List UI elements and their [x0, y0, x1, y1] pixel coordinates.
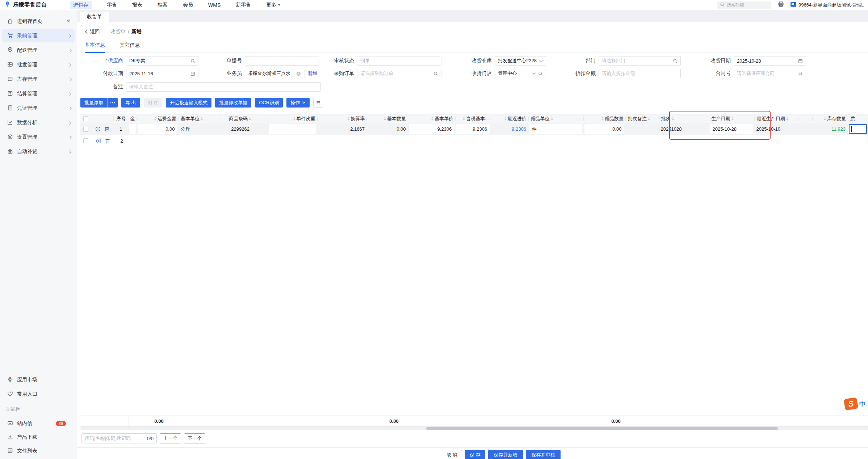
account-switcher[interactable]: 99664-新界面商超版测试-管理.. — [791, 2, 864, 8]
back-button[interactable]: 返回 — [85, 29, 100, 35]
sidebar-item-settings[interactable]: 设置管理 — [2, 131, 75, 144]
printer-icon[interactable] — [778, 1, 784, 9]
export-button[interactable]: 导 出 — [121, 98, 140, 108]
sidebar-item-replenish[interactable]: 自动补货 — [2, 145, 75, 158]
select-all-checkbox[interactable] — [83, 116, 88, 121]
store-select[interactable]: 管理中心 — [495, 69, 546, 78]
add-row-icon[interactable] — [95, 126, 101, 132]
header-last-price[interactable]: 最近进价 — [491, 114, 529, 123]
sidebar-item-settlement[interactable]: 结算管理 — [2, 87, 75, 100]
sidebar-item-app-market[interactable]: 应用市场 — [2, 373, 75, 386]
cell-tare-input[interactable] — [269, 124, 316, 134]
header-tare[interactable]: 单件皮重 — [268, 114, 318, 123]
ocr-button[interactable]: OCR识别 — [255, 98, 283, 108]
cell-base-price-input[interactable]: 9.2306 — [409, 124, 454, 134]
nav-item-huiyuan[interactable]: 会员 — [183, 2, 193, 8]
ime-indicator[interactable]: S 中 — [844, 398, 865, 409]
horizontal-scrollbar[interactable] — [80, 427, 868, 430]
nav-item-baobiao[interactable]: 报表 — [132, 2, 142, 8]
cell-batch-note[interactable] — [625, 123, 659, 135]
nav-item-more[interactable]: 更多 — [266, 2, 281, 8]
sidebar-item-file-list[interactable]: 文件列表 — [2, 445, 75, 458]
pay-date-input[interactable]: 2025-11-16 — [126, 69, 198, 78]
header-gift-qty[interactable]: 赠品数量 — [584, 114, 625, 123]
receive-date-input[interactable]: 2025-10-28 — [734, 56, 806, 66]
sidebar-item-delivery[interactable]: 配送管理 — [2, 44, 75, 57]
save-button[interactable]: 保 存 — [465, 450, 485, 459]
contract-input[interactable]: 请选择供应商合同 — [734, 69, 806, 78]
row-checkbox[interactable] — [83, 127, 88, 132]
sidebar-item-product-download[interactable]: 产品下载 — [2, 431, 75, 444]
salesman-input[interactable]: 乐檬查尔斯顿三点水 新增 — [245, 69, 319, 78]
cell-gift-unit-input[interactable]: 件 — [529, 124, 582, 134]
purchase-order-input[interactable]: 请选择采购订单 — [357, 69, 441, 78]
sidebar-item-wholesale[interactable]: 批发管理 — [2, 58, 75, 71]
tab-other-info[interactable]: 其它信息 — [119, 42, 140, 52]
sidebar-item-analytics[interactable]: 数据分析 — [2, 116, 75, 129]
header-stock-qty[interactable]: 库存数量 — [813, 114, 848, 123]
supplier-input[interactable]: DK专卖 — [126, 56, 198, 66]
header-barcode[interactable]: 商品条码 — [219, 114, 261, 123]
header-select-all[interactable] — [80, 114, 91, 123]
header-base-qty[interactable]: 基本数量 — [367, 114, 408, 123]
warehouse-select[interactable]: 批发配送中心222888 — [495, 56, 546, 66]
discount-input[interactable]: 请输入折扣金额 — [599, 69, 681, 78]
header-last-prod-date[interactable]: 最近生产日期 — [755, 114, 798, 123]
remark-input[interactable]: 请输入备注 — [126, 82, 321, 92]
sidebar-item-purchase[interactable]: 采购管理 — [2, 29, 75, 42]
save-and-audit-button[interactable]: 保存并审核 — [526, 450, 561, 459]
cell-gift-qty-input[interactable]: 0.00 — [584, 124, 624, 134]
nav-item-lingshou[interactable]: 零售 — [107, 2, 117, 8]
department-input[interactable]: 请选择部门 — [599, 56, 681, 66]
row-checkbox[interactable] — [83, 138, 88, 143]
sidebar-item-inventory[interactable]: 库存管理 — [2, 73, 75, 86]
attachment-button[interactable]: 附 件 — [144, 98, 163, 108]
header-base-price[interactable]: 基本单价 — [408, 114, 456, 123]
cell-batch[interactable]: 20251028 — [659, 123, 709, 135]
previous-button[interactable]: 上一个 — [160, 433, 181, 443]
cell-prod-date-input[interactable]: 2025-10-28 — [710, 124, 753, 134]
sidebar-item-voucher[interactable]: 凭证管理 — [2, 102, 75, 115]
header-batch-note[interactable]: 批次备注 — [626, 114, 659, 123]
doc-no-input[interactable] — [245, 56, 319, 66]
clear-icon[interactable] — [296, 71, 301, 76]
next-button[interactable]: 下一个 — [184, 433, 205, 443]
cancel-button[interactable]: 取 消 — [442, 450, 462, 459]
header-conv-rate[interactable]: 换算率 — [318, 114, 367, 123]
actions-dropdown-button[interactable]: 操作 — [286, 98, 310, 108]
nav-item-wms[interactable]: WMS — [208, 2, 221, 8]
delete-row-icon[interactable] — [105, 138, 110, 144]
scrollbar-thumb[interactable] — [426, 427, 778, 430]
sidebar-item-home[interactable]: 进销存首页 — [2, 15, 75, 28]
nav-item-jinxiaocun[interactable]: 进销存 — [70, 1, 92, 9]
header-tax-base[interactable]: 含税基本... — [456, 114, 491, 123]
cell-tax-base-input[interactable]: 9.2306 — [456, 124, 490, 134]
salesman-add-link[interactable]: 新增 — [308, 70, 317, 77]
cell-freight-input[interactable]: 0.00 — [138, 124, 177, 134]
add-row-icon[interactable] — [96, 138, 101, 144]
nav-item-xinlingshou[interactable]: 新零售 — [236, 2, 251, 8]
save-and-new-button[interactable]: 保存并新增 — [488, 450, 523, 459]
global-search-input[interactable]: 搜索功能 — [717, 1, 771, 9]
sidebar-item-messages[interactable]: 站内信 39 — [2, 417, 75, 430]
sidebar-item-favorites[interactable]: 常用入口 — [2, 388, 75, 401]
header-freight[interactable]: 运费金额 — [137, 114, 179, 123]
header-gift-unit[interactable]: 赠品单位 — [529, 114, 561, 123]
delete-row-icon[interactable] — [104, 126, 109, 132]
tab-basic-info[interactable]: 基本信息 — [85, 42, 105, 53]
cell-last-price-link[interactable]: 9.2306 — [512, 126, 526, 132]
batch-add-button[interactable]: 批量添加 — [80, 98, 107, 108]
collapse-sidebar-icon[interactable] — [66, 18, 71, 25]
nav-item-dangan[interactable]: 档案 — [158, 2, 168, 8]
header-base-unit[interactable]: 基本单位 — [179, 114, 219, 123]
header-batch[interactable]: 批次 — [659, 114, 709, 123]
quick-locate-input[interactable]: 代码|名称|条码|速记码 0/0 — [81, 433, 157, 443]
batch-add-more-button[interactable] — [107, 98, 118, 108]
speed-input-mode-button[interactable]: 开启极速输入模式 — [166, 98, 211, 108]
tab-receipt-order[interactable]: 收货单 — [80, 12, 109, 22]
cell-jin-input[interactable] — [129, 124, 136, 134]
batch-edit-button[interactable]: 批量修改单据 — [215, 98, 251, 108]
column-settings-button[interactable] — [313, 98, 323, 108]
header-prod-date[interactable]: 生产日期 — [709, 114, 755, 123]
cell-quality-input-focused[interactable] — [849, 124, 867, 134]
